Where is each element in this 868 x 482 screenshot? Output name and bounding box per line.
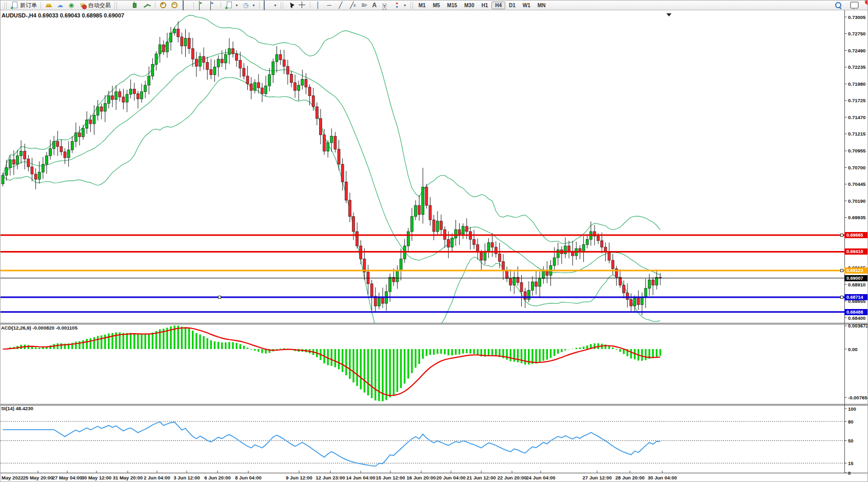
time-axis-label: 25 May 20:00 bbox=[23, 475, 53, 480]
hline-price-label: 0.69665 bbox=[844, 232, 868, 238]
candlestick-chart-button[interactable] bbox=[130, 1, 142, 10]
autotrading-button[interactable]: 自动交易 bbox=[77, 1, 112, 10]
time-axis-label: 9 Jun 12:00 bbox=[286, 475, 312, 480]
price-tick-label: 0.73005 bbox=[848, 14, 865, 20]
toolbar-grip bbox=[281, 2, 283, 9]
cursor-icon bbox=[287, 1, 295, 9]
candlestick-icon bbox=[132, 1, 140, 9]
templates-button[interactable]: ▼ bbox=[262, 1, 279, 10]
gold-ingot-icon bbox=[45, 1, 53, 9]
timeframe-button-mn[interactable]: MN bbox=[534, 2, 549, 9]
chart-area[interactable]: AUDUSD-,H4 0.69033 0.69043 0.68985 0.690… bbox=[1, 10, 868, 482]
separator bbox=[259, 2, 260, 9]
tile-windows-icon bbox=[183, 1, 184, 10]
auto-scroll-icon bbox=[199, 1, 200, 10]
time-axis-label: 31 May 20:00 bbox=[113, 475, 143, 480]
bar-chart-button[interactable] bbox=[119, 1, 130, 10]
time-axis-label: 12 Jun 23:00 bbox=[315, 475, 345, 480]
time-axis-label: 3 Jun 12:00 bbox=[173, 475, 200, 480]
price-tick-label: 0.71725 bbox=[848, 98, 865, 103]
new-order-button[interactable]: 新订单 bbox=[9, 1, 38, 10]
timeframe-button-m1[interactable]: M1 bbox=[415, 2, 429, 9]
price-tick-label: 0.71470 bbox=[848, 114, 865, 120]
chevron-down-icon: ▼ bbox=[403, 4, 407, 7]
time-axis-label: 2 Jun 04:00 bbox=[144, 475, 170, 480]
time-axis-label: 6 Jun 20:00 bbox=[204, 475, 231, 480]
timeframe-button-m15[interactable]: M15 bbox=[444, 2, 461, 9]
time-axis-label: 22 Jun 20:00 bbox=[497, 475, 526, 480]
periods-button[interactable]: ◷▼ bbox=[240, 1, 257, 10]
line-chart-icon bbox=[143, 1, 151, 9]
chart-overlay: AUDUSD-,H4 0.69033 0.69043 0.68985 0.690… bbox=[1, 10, 868, 482]
horizontal-line-button[interactable]: ─ bbox=[324, 1, 335, 10]
price-tick-label: 0.70190 bbox=[848, 198, 865, 204]
arrows-icon: ▲▼ bbox=[393, 1, 401, 9]
new-order-icon bbox=[10, 1, 18, 9]
chevron-down-icon: ▼ bbox=[273, 4, 277, 7]
new-order-label: 新订单 bbox=[20, 2, 37, 9]
chart-title: AUDUSD-,H4 0.69033 0.69043 0.68985 0.690… bbox=[2, 12, 124, 18]
hline-price-label: 0.69410 bbox=[844, 248, 868, 255]
rsi-tick-label: 0 bbox=[848, 470, 851, 476]
zoom-out-button[interactable] bbox=[169, 1, 180, 10]
deposit-button[interactable] bbox=[43, 1, 54, 10]
time-axis-label: May 2022 bbox=[2, 475, 23, 480]
search-button[interactable] bbox=[833, 1, 844, 10]
clock-icon: ◷ bbox=[242, 1, 250, 9]
tile-windows-button[interactable] bbox=[180, 1, 191, 10]
fibonacci-button[interactable]: ≡F bbox=[358, 1, 369, 10]
fibonacci-icon: ≡F bbox=[359, 1, 367, 9]
time-axis-label: 30 May 12:00 bbox=[82, 475, 112, 480]
separator bbox=[193, 2, 194, 9]
separator bbox=[155, 2, 155, 9]
notification-badge: 1 bbox=[865, 0, 868, 5]
timeframe-button-w1[interactable]: W1 bbox=[519, 2, 534, 9]
indicators-button[interactable]: ▼ bbox=[223, 1, 240, 10]
vertical-line-button[interactable]: │ bbox=[312, 1, 324, 10]
add-indicator-icon bbox=[225, 1, 233, 9]
rsi-tick-label: 50 bbox=[848, 438, 854, 444]
text-button[interactable]: A bbox=[369, 1, 380, 10]
time-axis-label: 15 Jun 12:00 bbox=[376, 475, 405, 480]
hline-price-label: 0.68714 bbox=[844, 294, 868, 300]
bid-price-label: 0.69007 bbox=[844, 275, 868, 281]
arrows-button[interactable]: ▲▼▼ bbox=[391, 1, 408, 10]
chevron-down-icon: ▼ bbox=[252, 4, 255, 7]
trendline-button[interactable]: ╱ bbox=[335, 1, 346, 10]
separator bbox=[310, 2, 310, 9]
signal-icon: ◉ bbox=[67, 1, 75, 9]
notifications-button[interactable]: 1 bbox=[848, 1, 861, 10]
separator bbox=[221, 2, 221, 9]
price-tick-label: 0.68400 bbox=[848, 315, 865, 321]
text-label-button[interactable]: T bbox=[380, 1, 391, 10]
time-axis-label: 16 Jun 20:00 bbox=[406, 475, 436, 480]
price-tick-label: 0.70955 bbox=[848, 148, 865, 153]
price-tick-label: 0.72490 bbox=[848, 48, 865, 53]
horizontal-line-icon: ─ bbox=[325, 1, 333, 9]
chat-bubble-icon bbox=[850, 2, 859, 9]
channel-icon: ╱E bbox=[348, 1, 356, 9]
signals-button[interactable]: ◉ bbox=[66, 1, 77, 10]
hline-price-label: 0.69123 bbox=[844, 267, 868, 274]
timeframe-button-h4[interactable]: H4 bbox=[491, 2, 505, 9]
price-tick-label: 0.69935 bbox=[848, 215, 865, 220]
timeframe-toolbar: M1M5M15M30H1H4D1W1MN bbox=[415, 2, 549, 9]
community-button[interactable]: ☁ bbox=[54, 1, 66, 10]
auto-scroll-button[interactable] bbox=[196, 1, 207, 10]
line-chart-button[interactable] bbox=[142, 1, 153, 10]
time-axis-label: 27 Jun 12:00 bbox=[582, 475, 611, 480]
timeframe-button-m30[interactable]: M30 bbox=[461, 2, 478, 9]
text-icon: A bbox=[370, 1, 379, 9]
crosshair-button[interactable] bbox=[297, 1, 308, 10]
timeframe-button-d1[interactable]: D1 bbox=[505, 2, 519, 9]
zoom-in-button[interactable] bbox=[157, 1, 169, 10]
chart-shift-button[interactable] bbox=[207, 1, 219, 10]
timeframe-button-m5[interactable]: M5 bbox=[429, 2, 444, 9]
equidistant-channel-button[interactable]: ╱E bbox=[346, 1, 358, 10]
rsi-tick-label: 100 bbox=[848, 406, 856, 412]
price-tick-label: 0.68910 bbox=[848, 282, 865, 287]
price-tick-label: 0.70445 bbox=[848, 181, 865, 187]
rsi-tick-label: 15 bbox=[848, 460, 854, 466]
cursor-button[interactable] bbox=[285, 1, 297, 10]
timeframe-button-h1[interactable]: H1 bbox=[478, 2, 491, 9]
